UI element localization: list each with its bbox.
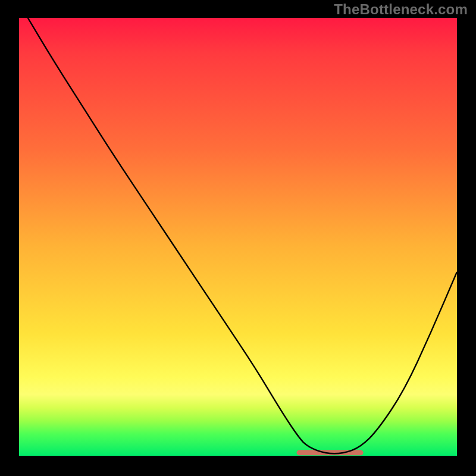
plot-frame <box>19 18 457 456</box>
curve-svg <box>19 18 457 456</box>
watermark-text: TheBottleneck.com <box>334 1 468 18</box>
bottleneck-curve <box>28 18 457 453</box>
